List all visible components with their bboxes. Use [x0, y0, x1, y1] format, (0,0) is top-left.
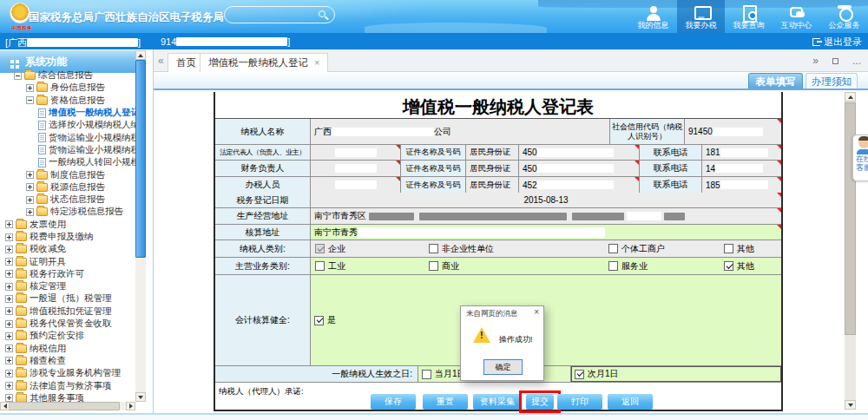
- sidebar-item-4[interactable]: 选择按小规模纳税人纳税的: [0, 119, 135, 131]
- field-value-account-addr[interactable]: 南宁市青秀: [311, 225, 781, 240]
- expand-icon[interactable]: [5, 382, 13, 390]
- expand-icon[interactable]: [26, 183, 34, 191]
- logout-button[interactable]: 退出登录: [812, 36, 862, 49]
- field-value-finance-head-phone[interactable]: 14: [702, 161, 781, 176]
- checkbox-accounting-yes[interactable]: [314, 316, 324, 325]
- sidebar-item-2[interactable]: 资格信息报告: [0, 95, 135, 107]
- field-value-tax-clerk-id[interactable]: 452: [519, 177, 640, 193]
- sidebar-vscroll-thumb[interactable]: [135, 60, 146, 258]
- sidebar-scroll-up-icon[interactable]: [135, 50, 146, 60]
- checkbox-current-month[interactable]: [422, 370, 431, 379]
- field-value-legal-rep-cert-type[interactable]: 居民身份证: [466, 145, 519, 160]
- sidebar-scroll-down-icon[interactable]: [135, 392, 146, 402]
- sidebar-item-12[interactable]: 发票使用: [0, 219, 135, 231]
- field-value-reg-date[interactable]: 2015-08-13: [311, 193, 781, 207]
- field-value-legal-rep-phone[interactable]: 181: [702, 145, 781, 160]
- online-support-widget[interactable]: 在线客服: [852, 135, 868, 181]
- checkbox-next-month[interactable]: [575, 370, 584, 379]
- sidebar-item-0[interactable]: 综合信息报告: [0, 69, 135, 82]
- tab-close-icon[interactable]: ×: [314, 57, 319, 68]
- field-value-finance-head-name[interactable]: [311, 161, 401, 176]
- expand-icon[interactable]: [5, 307, 13, 315]
- field-value-legal-rep-id[interactable]: 450: [519, 145, 640, 160]
- expand-icon[interactable]: [5, 394, 13, 402]
- search-icon[interactable]: [319, 10, 326, 17]
- field-value-tax-clerk-name[interactable]: [311, 177, 401, 193]
- sidebar-item-21[interactable]: 预约定价安排: [0, 330, 135, 342]
- sidebar-item-9[interactable]: 税源信息报告: [0, 181, 135, 194]
- sidebar-item-6[interactable]: 货物运输业小规模纳税人异: [0, 144, 135, 156]
- search-input[interactable]: [224, 6, 335, 23]
- sidebar-item-22[interactable]: 纳税信用: [0, 343, 135, 355]
- dialog-ok-button[interactable]: 确定: [483, 359, 523, 375]
- expand-icon[interactable]: [5, 320, 13, 328]
- tab-vat-registration[interactable]: 增值税一般纳税人登记×: [200, 53, 328, 72]
- sidebar-item-24[interactable]: 涉税专业服务机构管理: [0, 367, 135, 379]
- sidebar-hscroll-thumb[interactable]: [9, 402, 120, 410]
- expand-icon[interactable]: [5, 220, 13, 228]
- sidebar-item-5[interactable]: 货物运输业小规模纳税人异: [0, 131, 135, 143]
- reset-button[interactable]: 重置: [423, 394, 468, 410]
- field-value-legal-rep-name[interactable]: [311, 145, 401, 160]
- menu-item-chat[interactable]: 互动中心: [773, 0, 820, 33]
- expand-icon[interactable]: [5, 370, 13, 377]
- sidebar-item-26[interactable]: 其他服务事项: [0, 392, 135, 402]
- dialog-close-icon[interactable]: ×: [534, 307, 539, 317]
- field-value-tax-clerk-cert-type[interactable]: 居民身份证: [466, 177, 519, 193]
- collapse-icon[interactable]: [26, 96, 34, 104]
- expand-icon[interactable]: [5, 345, 13, 352]
- field-value-taxpayer-name[interactable]: 广西公司: [311, 119, 610, 144]
- expand-icon[interactable]: [26, 196, 34, 204]
- expand-icon[interactable]: [5, 357, 13, 364]
- more-options-icon[interactable]: ...: [852, 55, 861, 67]
- expand-icon[interactable]: [26, 84, 34, 92]
- menu-item-user[interactable]: 我的信息: [629, 0, 677, 33]
- tab-scroll-right-icon[interactable]: »: [812, 55, 819, 67]
- sidebar-item-1[interactable]: 身份信息报告: [0, 82, 135, 94]
- expand-icon[interactable]: [5, 270, 13, 278]
- menu-item-doc-search[interactable]: 我要查询: [725, 0, 773, 33]
- collect-data-button[interactable]: 资料采集: [473, 394, 522, 410]
- checkbox-main_business-1[interactable]: [429, 261, 438, 271]
- save-button[interactable]: 保存: [371, 394, 416, 410]
- expand-icon[interactable]: [5, 283, 13, 291]
- sidebar-item-18[interactable]: 一般退（抵）税管理: [0, 292, 135, 305]
- field-value-credit-code[interactable]: 91450: [685, 119, 781, 144]
- expand-icon[interactable]: [26, 208, 34, 216]
- checkbox-taxpayer_type-2[interactable]: [608, 244, 618, 253]
- expand-icon[interactable]: [5, 295, 13, 303]
- field-value-tax-clerk-phone[interactable]: 185: [702, 177, 781, 193]
- expand-icon[interactable]: [5, 332, 13, 340]
- tab-form-fill[interactable]: 表单填写: [748, 73, 803, 89]
- form-scroll-up-icon[interactable]: [845, 92, 856, 102]
- checkbox-taxpayer_type-0[interactable]: [315, 244, 325, 253]
- menu-item-monitor[interactable]: 我要办税: [677, 0, 725, 33]
- field-value-business-addr[interactable]: 南宁市青秀区: [311, 208, 781, 224]
- form-scroll-down-icon[interactable]: [845, 400, 856, 410]
- return-button[interactable]: 返回: [608, 394, 653, 410]
- checkbox-main_business-3[interactable]: [724, 261, 733, 271]
- sidebar-item-7[interactable]: 一般纳税人转回小规模纳税: [0, 156, 135, 168]
- sidebar-item-20[interactable]: 税务代保管资金收取: [0, 318, 135, 330]
- sidebar-item-14[interactable]: 税收减免: [0, 243, 135, 255]
- sidebar-item-17[interactable]: 核定管理: [0, 280, 135, 292]
- expand-icon[interactable]: [26, 171, 34, 179]
- sidebar-item-25[interactable]: 法律追责与救济事项: [0, 379, 135, 391]
- sidebar-item-19[interactable]: 增值税抵扣凭证管理: [0, 305, 135, 318]
- print-button[interactable]: 打印: [557, 394, 602, 410]
- expand-icon[interactable]: [5, 246, 13, 253]
- sidebar-item-3[interactable]: 增值税一般纳税人登记: [0, 107, 135, 119]
- sidebar-item-11[interactable]: 特定涉税信息报告: [0, 206, 135, 218]
- tab-instructions[interactable]: 办理须知: [806, 73, 858, 89]
- sidebar-item-13[interactable]: 税费申报及缴纳: [0, 231, 135, 243]
- sidebar-scroll-left-icon[interactable]: [0, 402, 10, 410]
- maximize-icon[interactable]: [832, 58, 838, 64]
- field-value-finance-head-cert-type[interactable]: 居民身份证: [466, 161, 519, 176]
- expand-icon[interactable]: [5, 258, 13, 266]
- menu-item-public-service[interactable]: 公众服务: [820, 0, 868, 33]
- collapse-icon[interactable]: [14, 72, 22, 80]
- sidebar-item-23[interactable]: 稽查检查: [0, 355, 135, 367]
- sidebar-item-15[interactable]: 证明开具: [0, 255, 135, 267]
- sidebar-item-16[interactable]: 税务行政许可: [0, 268, 135, 280]
- expand-icon[interactable]: [5, 233, 13, 241]
